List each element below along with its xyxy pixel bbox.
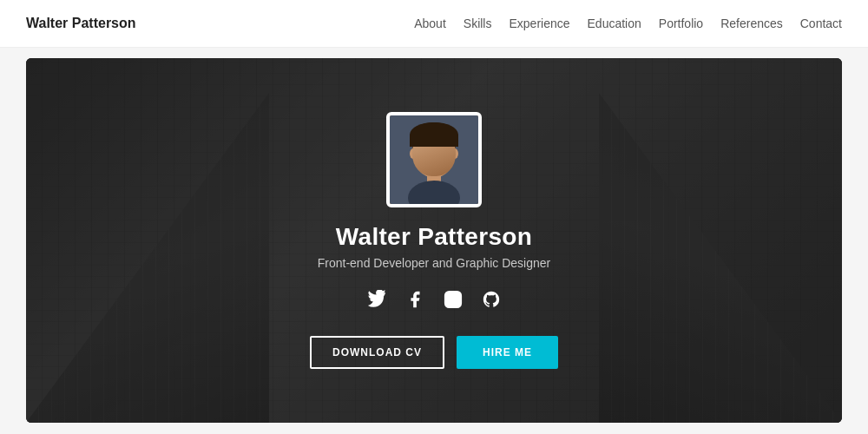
navbar-brand[interactable]: Walter Patterson: [26, 16, 136, 31]
hire-me-button[interactable]: HIRE ME: [457, 336, 558, 369]
nav-item-contact[interactable]: Contact: [800, 16, 842, 30]
svg-point-16: [451, 148, 458, 159]
nav-item-skills[interactable]: Skills: [464, 16, 492, 30]
nav-item-about[interactable]: About: [414, 16, 446, 30]
svg-point-3: [413, 129, 455, 178]
avatar-image: [390, 115, 478, 204]
instagram-icon[interactable]: [441, 287, 465, 312]
avatar-svg: [390, 115, 478, 204]
nav-item-education[interactable]: Education: [588, 16, 641, 30]
svg-rect-6: [450, 135, 456, 152]
svg-point-10: [419, 154, 428, 161]
download-cv-button[interactable]: DOWNLOAD CV: [310, 336, 444, 369]
nav-item-experience[interactable]: Experience: [509, 16, 569, 30]
svg-rect-7: [417, 153, 431, 162]
svg-rect-17: [445, 292, 461, 307]
hero-name: Walter Patterson: [336, 223, 532, 251]
svg-point-11: [440, 154, 449, 161]
navbar-nav: About Skills Experience Education Portfo…: [414, 16, 842, 31]
hero-buttons: DOWNLOAD CV HIRE ME: [310, 336, 558, 369]
svg-rect-8: [437, 153, 451, 162]
twitter-icon[interactable]: [365, 287, 389, 312]
hero-section: Walter Patterson Front-end Developer and…: [26, 58, 842, 423]
svg-point-12: [421, 155, 426, 160]
navbar: Walter Patterson About Skills Experience…: [0, 0, 868, 48]
facebook-icon[interactable]: [403, 287, 427, 312]
avatar: [386, 112, 482, 207]
nav-item-portfolio[interactable]: Portfolio: [659, 16, 703, 30]
hero-subtitle: Front-end Developer and Graphic Designer: [318, 256, 550, 270]
social-icons: [365, 287, 503, 312]
svg-point-19: [457, 294, 459, 297]
svg-rect-5: [412, 135, 418, 152]
svg-point-13: [442, 155, 447, 160]
svg-point-15: [410, 148, 417, 159]
svg-point-4: [412, 122, 456, 147]
github-icon[interactable]: [479, 287, 503, 312]
nav-item-references[interactable]: References: [720, 16, 783, 30]
hero-content: Walter Patterson Front-end Developer and…: [310, 112, 558, 369]
svg-point-14: [431, 161, 437, 167]
